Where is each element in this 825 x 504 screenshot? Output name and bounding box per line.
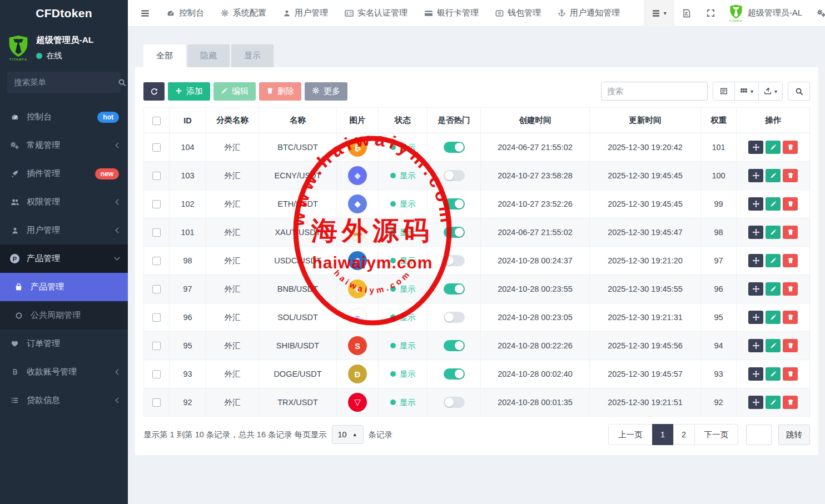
refresh-button[interactable] (143, 82, 165, 101)
row-move-button[interactable] (748, 169, 763, 182)
row-edit-button[interactable] (766, 254, 781, 267)
hot-toggle[interactable] (444, 283, 465, 295)
sidebar-item-10[interactable]: 贷款信息 (0, 386, 128, 415)
language-button[interactable] (674, 0, 699, 27)
sidebar-item-5[interactable]: P产品管理 (0, 244, 128, 273)
hot-toggle[interactable] (444, 340, 465, 351)
edit-button[interactable]: 编辑 (213, 82, 256, 101)
hot-toggle[interactable] (444, 227, 465, 238)
table-search-input[interactable] (601, 82, 708, 101)
row-move-button[interactable] (748, 226, 763, 239)
topnav-item-2[interactable]: 用户管理 (275, 0, 336, 27)
page-button-2[interactable]: 2 (673, 424, 695, 445)
tab-1[interactable]: 隐藏 (187, 44, 230, 67)
hot-toggle[interactable] (444, 397, 465, 408)
row-move-button[interactable] (748, 254, 763, 267)
cell-category: 外汇 (206, 133, 259, 162)
topnav-admin[interactable]: TITANFX 超级管理员-AL (723, 4, 809, 22)
sidebar-item-4[interactable]: 用户管理 (0, 216, 128, 244)
row-edit-button[interactable] (766, 197, 781, 211)
row-delete-button[interactable] (783, 311, 798, 324)
menu-toggle-button[interactable] (132, 9, 158, 18)
row-delete-button[interactable] (783, 282, 798, 296)
row-edit-button[interactable] (766, 282, 781, 296)
hot-toggle[interactable] (444, 198, 465, 209)
topnav-item-3[interactable]: 实名认证管理 (336, 0, 416, 27)
cell-hot (428, 190, 481, 218)
sidebar-item-9[interactable]: 收款账号管理 (0, 358, 128, 386)
topnav-item-4[interactable]: 银行卡管理 (416, 0, 487, 27)
select-all-checkbox[interactable] (152, 117, 161, 125)
hot-toggle[interactable] (444, 368, 465, 380)
row-delete-button[interactable] (783, 367, 798, 381)
jump-button[interactable]: 跳转 (778, 425, 810, 445)
tab-0[interactable]: 全部 (143, 44, 186, 67)
row-move-button[interactable] (748, 367, 763, 381)
topnav-item-0[interactable]: 控制台 (158, 0, 212, 27)
row-checkbox[interactable] (152, 370, 161, 378)
row-edit-button[interactable] (766, 396, 781, 409)
detail-view-button[interactable] (713, 82, 735, 101)
row-delete-button[interactable] (783, 254, 798, 267)
topnav-item-5[interactable]: 钱包管理 (487, 0, 549, 27)
fullscreen-button[interactable] (699, 0, 723, 27)
settings-button[interactable] (809, 0, 825, 27)
row-move-button[interactable] (748, 396, 763, 409)
sidebar-item-2[interactable]: 插件管理new (0, 159, 128, 188)
row-checkbox[interactable] (152, 285, 161, 293)
sidebar-item-6[interactable]: 产品管理 (0, 273, 128, 301)
row-checkbox[interactable] (152, 342, 161, 350)
export-button[interactable]: ▾ (758, 82, 783, 101)
row-checkbox[interactable] (152, 200, 161, 208)
row-delete-button[interactable] (783, 396, 798, 409)
topnav-item-6[interactable]: 用户通知管理 (549, 0, 628, 27)
row-checkbox[interactable] (152, 172, 161, 180)
search-button[interactable] (788, 82, 810, 101)
sidebar-item-8[interactable]: 订单管理 (0, 330, 128, 358)
row-edit-button[interactable] (766, 339, 781, 352)
sidebar-item-3[interactable]: 权限管理 (0, 188, 128, 216)
row-edit-button[interactable] (766, 311, 781, 324)
tab-2[interactable]: 显示 (231, 44, 274, 67)
per-page-select[interactable]: 10 ▲ (332, 425, 364, 444)
quick-menu-dropdown[interactable]: ▾ (644, 0, 674, 27)
row-delete-button[interactable] (783, 339, 798, 352)
row-move-button[interactable] (748, 197, 763, 211)
hot-toggle[interactable] (444, 255, 465, 266)
add-button[interactable]: 添加 (168, 82, 210, 101)
page-button-1[interactable]: 1 (652, 424, 674, 445)
sidebar-search-input[interactable] (14, 78, 118, 87)
row-checkbox[interactable] (152, 143, 161, 152)
topnav-item-1[interactable]: 系统配置 (212, 0, 275, 27)
delete-button[interactable]: 删除 (259, 82, 301, 101)
page-jump-input[interactable] (746, 425, 772, 445)
row-move-button[interactable] (748, 141, 763, 154)
row-delete-button[interactable] (783, 141, 798, 154)
row-delete-button[interactable] (783, 226, 798, 239)
row-checkbox[interactable] (152, 313, 161, 322)
hot-toggle[interactable] (444, 142, 465, 153)
row-edit-button[interactable] (766, 226, 781, 239)
row-edit-button[interactable] (766, 141, 781, 154)
row-delete-button[interactable] (783, 197, 798, 211)
row-checkbox[interactable] (152, 398, 161, 407)
next-page-button[interactable]: 下一页 (694, 424, 739, 445)
cell-image: ◈ (337, 275, 379, 303)
sidebar-item-7[interactable]: 公共周期管理 (0, 301, 128, 330)
row-move-button[interactable] (748, 311, 763, 324)
row-move-button[interactable] (748, 282, 763, 296)
hot-toggle[interactable] (444, 170, 465, 181)
coin-glyph: ≡ (355, 313, 360, 322)
row-edit-button[interactable] (766, 169, 781, 182)
more-button[interactable]: 更多 (305, 82, 347, 101)
columns-button[interactable]: ▾ (734, 82, 759, 101)
row-move-button[interactable] (748, 339, 763, 352)
row-edit-button[interactable] (766, 367, 781, 381)
hot-toggle[interactable] (444, 312, 465, 323)
row-delete-button[interactable] (783, 169, 798, 182)
sidebar-item-0[interactable]: 控制台hot (0, 103, 128, 131)
row-checkbox[interactable] (152, 257, 161, 265)
sidebar-item-1[interactable]: 常规管理 (0, 131, 128, 159)
row-checkbox[interactable] (152, 228, 161, 237)
prev-page-button[interactable]: 上一页 (608, 424, 653, 445)
